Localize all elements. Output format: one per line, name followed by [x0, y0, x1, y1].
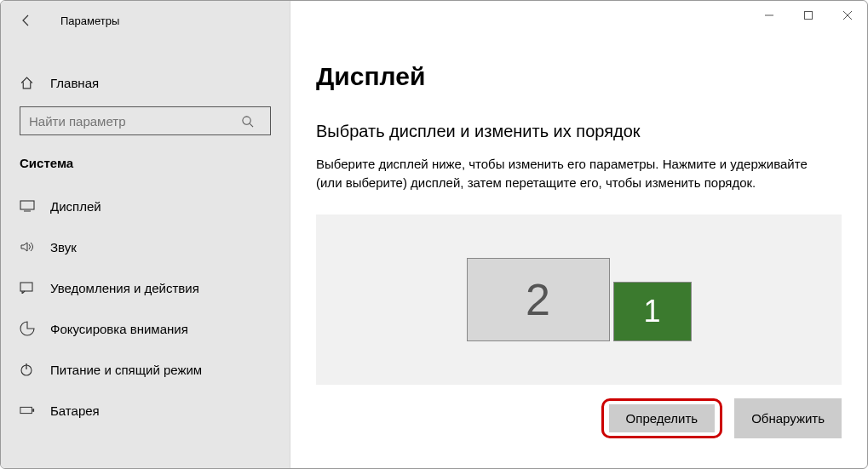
- power-icon: [20, 363, 35, 376]
- display-arrange-area[interactable]: 2 1: [316, 214, 842, 385]
- header: Параметры: [1, 1, 290, 40]
- sidebar-item-label: Фокусировка внимания: [50, 322, 188, 336]
- svg-rect-8: [32, 409, 34, 412]
- identify-button[interactable]: Определить: [609, 404, 716, 432]
- notifications-icon: [20, 282, 35, 294]
- svg-rect-10: [805, 12, 813, 20]
- home-icon: [20, 76, 35, 90]
- sound-icon: [20, 241, 35, 253]
- display-group: 2 1: [467, 258, 692, 341]
- page-subtitle: Выбрать дисплеи и изменить их порядок: [316, 122, 842, 141]
- search-box[interactable]: [20, 106, 271, 135]
- close-icon: [842, 10, 853, 20]
- home-nav[interactable]: Главная: [1, 62, 290, 103]
- display-1[interactable]: 1: [613, 282, 692, 341]
- svg-rect-7: [20, 407, 32, 413]
- search-input[interactable]: [20, 114, 241, 129]
- display-2[interactable]: 2: [467, 258, 610, 341]
- battery-icon: [20, 405, 35, 415]
- sidebar-item-power[interactable]: Питание и спящий режим: [1, 349, 290, 390]
- arrow-left-icon: [20, 14, 33, 27]
- minimize-icon: [764, 10, 774, 20]
- page-description: Выберите дисплей ниже, чтобы изменить ег…: [316, 155, 827, 192]
- sidebar: Параметры Главная Система Дисплей: [1, 1, 290, 468]
- button-row: Определить Обнаружить: [316, 398, 842, 438]
- sidebar-item-label: Дисплей: [50, 199, 101, 214]
- settings-window: Параметры Главная Система Дисплей: [0, 0, 868, 469]
- sidebar-item-battery[interactable]: Батарея: [1, 390, 290, 431]
- sidebar-item-label: Батарея: [50, 403, 100, 418]
- maximize-button[interactable]: [789, 1, 828, 30]
- maximize-icon: [803, 10, 813, 20]
- category-heading: Система: [1, 146, 290, 186]
- sidebar-item-focus[interactable]: Фокусировка внимания: [1, 308, 290, 349]
- sidebar-item-sound[interactable]: Звук: [1, 226, 290, 267]
- main-content: Дисплей Выбрать дисплеи и изменить их по…: [290, 1, 867, 468]
- window-controls: [750, 1, 867, 30]
- svg-rect-2: [20, 201, 34, 209]
- svg-rect-4: [20, 283, 32, 291]
- page-title: Дисплей: [316, 62, 842, 91]
- home-label: Главная: [50, 76, 99, 90]
- app-title: Параметры: [60, 14, 119, 27]
- svg-line-1: [250, 123, 253, 127]
- display-icon: [20, 200, 35, 212]
- back-button[interactable]: [13, 7, 40, 34]
- svg-point-0: [243, 116, 250, 123]
- sidebar-item-label: Питание и спящий режим: [50, 363, 202, 377]
- focus-icon: [20, 321, 35, 336]
- sidebar-item-display[interactable]: Дисплей: [1, 186, 290, 226]
- minimize-button[interactable]: [750, 1, 789, 30]
- sidebar-item-notifications[interactable]: Уведомления и действия: [1, 267, 290, 308]
- sidebar-item-label: Звук: [50, 240, 77, 255]
- highlight-ring: Определить: [601, 398, 723, 438]
- search-icon: [241, 115, 270, 128]
- close-button[interactable]: [828, 1, 867, 30]
- detect-button[interactable]: Обнаружить: [734, 398, 842, 438]
- sidebar-item-label: Уведомления и действия: [50, 281, 199, 295]
